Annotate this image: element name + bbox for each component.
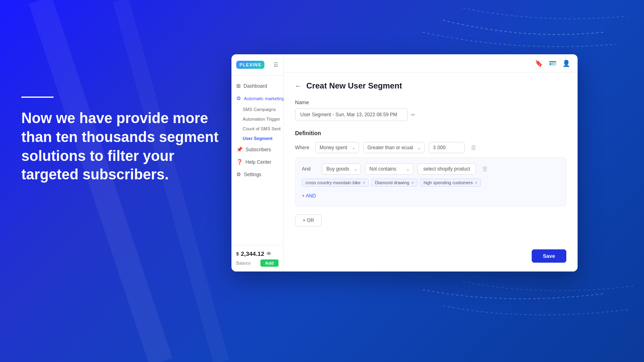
- balance-label: Balance: [236, 261, 251, 265]
- where-condition-row: Where Money spent Greater than or ecual …: [295, 142, 566, 153]
- money-spent-select[interactable]: Money spent: [315, 142, 359, 153]
- sidebar-item-help-center[interactable]: ❓ Help Center: [231, 156, 283, 168]
- tag-label: Diamond drawing: [375, 180, 409, 185]
- id-card-icon[interactable]: 🪪: [549, 60, 557, 67]
- sidebar-sub-automation-trigger[interactable]: Automation Trigger: [231, 114, 283, 124]
- app-logo: PLEXINS: [236, 61, 264, 69]
- and-label: And: [302, 166, 318, 172]
- not-contains-select[interactable]: Not contains: [365, 163, 413, 175]
- add-balance-button[interactable]: Add: [260, 259, 279, 267]
- amount-input[interactable]: [438, 145, 462, 150]
- sidebar-balance-section: $ 2,344.12 👁 Balance Add: [231, 245, 283, 272]
- sidebar-header: PLEXINS ☰: [231, 54, 283, 76]
- sidebar-item-label: Automatic marketing: [244, 96, 284, 101]
- sidebar-item-label: Settings: [244, 172, 261, 177]
- gear-circle-icon: ⚙: [236, 95, 241, 101]
- sidebar: PLEXINS ☰ ⊞ Dashboard ⚙ Automatic market…: [231, 54, 284, 272]
- name-field-group: Name ✏: [295, 99, 566, 121]
- name-input-row: ✏: [295, 108, 566, 121]
- tag-close-icon[interactable]: ×: [411, 180, 414, 185]
- tag-close-icon[interactable]: ×: [363, 180, 365, 185]
- add-and-row: + AND: [302, 191, 559, 200]
- tag-label: high spending customers: [423, 180, 473, 185]
- and-condition-row: And Buy goods Not contains select shopif…: [302, 163, 559, 175]
- sidebar-item-label: Help Center: [246, 159, 271, 165]
- greater-than-select[interactable]: Greater than or ecual: [363, 142, 425, 153]
- pin-icon: 📌: [236, 146, 243, 152]
- definition-title: Definition: [295, 130, 566, 136]
- tag-label: cross country mountain bike: [305, 180, 361, 185]
- settings-gear-icon: ⚙: [236, 171, 241, 177]
- amount-input-wrapper: $: [429, 142, 465, 153]
- tag-diamond-drawing: Diamond drawing ×: [371, 179, 417, 187]
- tags-row: cross country mountain bike × Diamond dr…: [302, 179, 559, 187]
- where-label: Where: [295, 145, 311, 150]
- grid-icon: ⊞: [236, 83, 241, 89]
- left-headline: Now we have provide more than ten thousa…: [21, 109, 223, 184]
- page-title: Creat New User Segment: [306, 81, 402, 90]
- sidebar-item-subscribers[interactable]: 📌 Subscribers: [231, 143, 283, 156]
- sidebar-sub-sms-campaigns[interactable]: SMS Campaigns: [231, 105, 283, 114]
- sidebar-item-automatic-marketing[interactable]: ⚙ Automatic marketing: [231, 92, 283, 105]
- left-content-area: Now we have provide more than ten thousa…: [21, 97, 223, 184]
- and-block: And Buy goods Not contains select shopif…: [295, 157, 566, 206]
- back-button[interactable]: ←: [295, 82, 301, 90]
- segment-name-input[interactable]: [295, 108, 408, 121]
- left-divider: [21, 97, 54, 98]
- sidebar-item-label: Subscribers: [246, 147, 271, 152]
- page-header: ← Creat New User Segment: [295, 81, 566, 90]
- add-and-button[interactable]: + AND: [302, 191, 316, 200]
- name-field-label: Name: [295, 99, 566, 105]
- balance-display: $ 2,344.12 👁: [236, 250, 279, 257]
- balance-row: Balance Add: [236, 259, 279, 267]
- app-window: PLEXINS ☰ ⊞ Dashboard ⚙ Automatic market…: [231, 54, 578, 272]
- sidebar-sub-count-sms-sent[interactable]: Count of SMS Sent: [231, 124, 283, 134]
- user-avatar-icon[interactable]: 👤: [562, 60, 570, 67]
- select-shopify-product-button[interactable]: select shopify product: [417, 163, 476, 175]
- delete-where-button[interactable]: 🗑: [469, 142, 479, 153]
- definition-section: Definition Where Money spent Greater tha…: [295, 130, 566, 226]
- topbar: 🔖 🪪 👤: [284, 54, 578, 72]
- tag-high-spending: high spending customers ×: [420, 179, 481, 187]
- buy-goods-select[interactable]: Buy goods: [322, 163, 361, 175]
- currency-prefix: $: [433, 145, 436, 150]
- edit-name-icon[interactable]: ✏: [411, 112, 415, 118]
- sidebar-sub-user-segment[interactable]: User Segment: [231, 134, 283, 143]
- eye-icon[interactable]: 👁: [266, 251, 271, 257]
- sidebar-item-label: Dashboard: [244, 83, 267, 89]
- main-content: 🔖 🪪 👤 ← Creat New User Segment Name ✏ D: [284, 54, 578, 272]
- page-content-area: ← Creat New User Segment Name ✏ Definiti…: [284, 72, 578, 272]
- balance-value: 2,344.12: [241, 250, 264, 257]
- sidebar-nav: ⊞ Dashboard ⚙ Automatic marketing SMS Ca…: [231, 76, 283, 245]
- sidebar-item-settings[interactable]: ⚙ Settings: [231, 168, 283, 181]
- tag-cross-country: cross country mountain bike ×: [302, 179, 369, 187]
- hamburger-menu[interactable]: ☰: [273, 62, 279, 68]
- sidebar-item-dashboard[interactable]: ⊞ Dashboard: [231, 80, 283, 92]
- add-or-button[interactable]: + OR: [295, 214, 322, 226]
- delete-and-button[interactable]: 🗑: [480, 164, 490, 174]
- bookmark-icon[interactable]: 🔖: [535, 60, 543, 67]
- tag-close-icon[interactable]: ×: [475, 180, 477, 185]
- save-button[interactable]: Save: [532, 249, 566, 263]
- currency-symbol: $: [236, 251, 239, 256]
- question-icon: ❓: [236, 159, 243, 165]
